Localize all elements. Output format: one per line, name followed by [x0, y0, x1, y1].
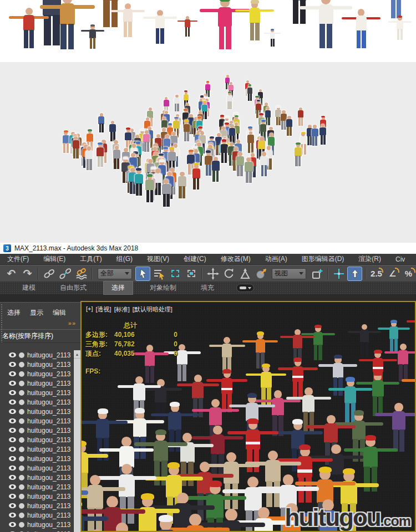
- object-dot-icon: [19, 522, 24, 528]
- visibility-eye-icon[interactable]: [9, 447, 16, 452]
- app-window: 3 MAX_2113.max - Autodesk 3ds Max 2018 文…: [0, 0, 416, 532]
- window-crossing-toggle-icon[interactable]: [184, 267, 199, 281]
- menu-item[interactable]: 修改器(M): [214, 254, 258, 264]
- rectangular-selection-region-icon[interactable]: [168, 267, 182, 281]
- explorer-row[interactable]: huitugou_2113: [0, 360, 80, 369]
- angle-snap-toggle[interactable]: ∠: [385, 267, 400, 281]
- visibility-eye-icon[interactable]: [9, 466, 16, 470]
- explorer-tab-编辑[interactable]: 编辑: [53, 308, 66, 318]
- visibility-eye-icon[interactable]: [9, 409, 16, 414]
- menu-item[interactable]: 工具(T): [73, 254, 109, 264]
- ribbon-tab-自由形式[interactable]: 自由形式: [52, 282, 94, 294]
- menu-item[interactable]: 组(G): [109, 254, 140, 264]
- explorer-tab-选择[interactable]: 选择: [7, 308, 21, 318]
- explorer-row[interactable]: huitugou_2113: [0, 397, 80, 407]
- object-dot-icon: [19, 437, 24, 443]
- select-by-name-icon[interactable]: [151, 267, 166, 281]
- menu-bar: 文件(F)编辑(E)工具(T)组(G)视图(V)创建(C)修改器(M)动画(A)…: [0, 254, 416, 265]
- visibility-eye-icon[interactable]: [9, 428, 16, 433]
- ribbon-tab-建模[interactable]: 建模: [14, 282, 43, 294]
- panel-grip[interactable]: [1, 304, 3, 342]
- explorer-row[interactable]: huitugou_2113: [0, 529, 80, 532]
- visibility-eye-icon[interactable]: [9, 390, 16, 395]
- menu-item[interactable]: 文件(F): [0, 254, 36, 264]
- unlink-selection-icon[interactable]: [58, 267, 73, 281]
- ribbon-minimize-dropdown[interactable]: [236, 284, 254, 292]
- explorer-row[interactable]: huitugou_2113: [0, 378, 80, 388]
- object-dot-icon: [19, 456, 24, 462]
- explorer-row[interactable]: huitugou_2113: [0, 407, 80, 416]
- percent-snap-toggle[interactable]: %: [401, 267, 416, 281]
- visibility-eye-icon[interactable]: [9, 352, 16, 357]
- menu-item[interactable]: Civ: [388, 255, 412, 263]
- undo-icon[interactable]: ↶: [4, 267, 19, 281]
- explorer-row[interactable]: huitugou_2113: [0, 426, 80, 435]
- snaps-toggle-3d-button[interactable]: [347, 267, 362, 281]
- character-figure: [84, 146, 94, 170]
- select-and-move-icon[interactable]: [205, 267, 220, 281]
- explorer-row[interactable]: huitugou_2113: [0, 510, 80, 520]
- snap-2-5-toggle[interactable]: 2.5: [369, 267, 384, 281]
- visibility-eye-icon[interactable]: [9, 494, 16, 499]
- explorer-row[interactable]: huitugou_2113: [0, 435, 80, 444]
- menu-item[interactable]: 创建(C): [176, 254, 214, 264]
- visibility-eye-icon[interactable]: [9, 400, 16, 405]
- explorer-row[interactable]: huitugou_2113: [0, 388, 80, 397]
- explorer-row[interactable]: huitugou_2113: [0, 463, 80, 473]
- visibility-eye-icon[interactable]: [9, 456, 16, 461]
- explorer-row[interactable]: huitugou_2113: [0, 454, 80, 463]
- ribbon-tab-对象绘制[interactable]: 对象绘制: [142, 282, 184, 294]
- object-name-label: huitugou_2113: [27, 464, 71, 472]
- scroll-up-icon[interactable]: ▲: [74, 350, 80, 359]
- visibility-eye-icon[interactable]: [9, 522, 16, 527]
- select-and-link-icon[interactable]: [42, 267, 57, 281]
- selection-filter-dropdown[interactable]: 全部: [98, 268, 132, 279]
- menu-item[interactable]: 图形编辑器(D): [295, 254, 352, 264]
- visibility-eye-icon[interactable]: [9, 362, 16, 367]
- visibility-eye-icon[interactable]: [9, 513, 16, 518]
- perspective-viewport[interactable]: [+][透视][标准][默认明暗处理] 总计 多边形:40,1060三角形:76…: [80, 301, 416, 532]
- select-and-scale-icon[interactable]: [237, 267, 252, 281]
- explorer-row[interactable]: huitugou_2113: [0, 501, 80, 510]
- character-figure: [82, 527, 132, 531]
- menu-item[interactable]: 动画(A): [258, 254, 295, 264]
- visibility-eye-icon[interactable]: [9, 475, 16, 480]
- explorer-sort-header[interactable]: 名称(按降序排序): [0, 329, 80, 343]
- explorer-row[interactable]: huitugou_2113: [0, 482, 80, 492]
- viewport-label-item[interactable]: [透视]: [96, 305, 111, 314]
- menu-item[interactable]: 编辑(E): [36, 254, 73, 264]
- explorer-tab-显示[interactable]: 显示: [30, 308, 43, 318]
- explorer-row[interactable]: huitugou_2113: [0, 492, 80, 501]
- explorer-scrollbar[interactable]: ▲: [73, 350, 80, 532]
- chevron-down-icon: [248, 287, 251, 289]
- redo-icon[interactable]: ↷: [20, 267, 35, 281]
- select-object-button[interactable]: [135, 267, 150, 281]
- bind-to-spacewarp-icon[interactable]: [74, 267, 89, 281]
- menu-item[interactable]: 渲染(R): [351, 254, 388, 264]
- panel-overflow-chevrons[interactable]: »»: [0, 318, 80, 326]
- visibility-eye-icon[interactable]: [9, 418, 16, 423]
- visibility-eye-icon[interactable]: [9, 503, 16, 508]
- viewport-label-item[interactable]: [+]: [86, 305, 93, 314]
- visibility-eye-icon[interactable]: [9, 381, 16, 386]
- stats-total-header: 总计: [114, 321, 146, 330]
- reference-coordinate-dropdown[interactable]: 视图: [272, 268, 306, 279]
- ribbon-tab-选择[interactable]: 选择: [103, 281, 133, 295]
- visibility-eye-icon[interactable]: [9, 484, 16, 489]
- visibility-eye-icon[interactable]: [9, 371, 16, 376]
- ribbon-tab-填充[interactable]: 填充: [193, 282, 222, 294]
- select-and-rotate-icon[interactable]: [221, 267, 236, 281]
- use-pivot-point-center-icon[interactable]: [310, 267, 324, 281]
- explorer-row[interactable]: huitugou_2113: [0, 369, 80, 378]
- snaps-toggle-2d-icon[interactable]: [331, 267, 346, 281]
- explorer-row[interactable]: huitugou_2113: [0, 416, 80, 426]
- visibility-eye-icon[interactable]: [9, 437, 16, 442]
- viewport-label-item[interactable]: [标准]: [114, 305, 130, 314]
- explorer-row[interactable]: huitugou_2113: [0, 350, 80, 360]
- viewport-label-item[interactable]: [默认明暗处理]: [133, 305, 173, 314]
- menu-item[interactable]: 视图(V): [140, 254, 176, 264]
- explorer-row[interactable]: huitugou_2113: [0, 444, 80, 454]
- viewport-label: [+][透视][标准][默认明暗处理]: [86, 305, 173, 314]
- explorer-row[interactable]: huitugou_2113: [0, 520, 80, 529]
- explorer-row[interactable]: huitugou_2113: [0, 473, 80, 482]
